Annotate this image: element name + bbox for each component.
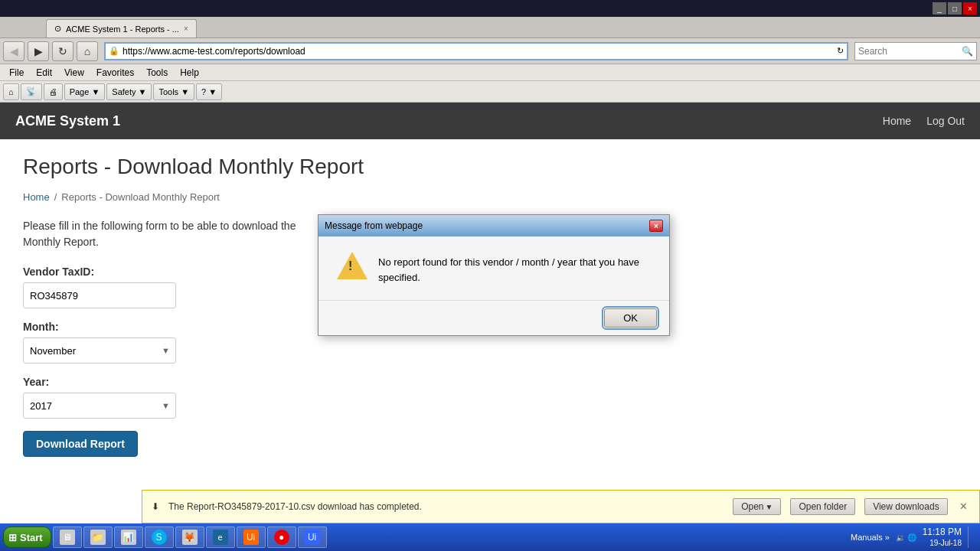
- feeds-btn[interactable]: 📡: [21, 83, 42, 100]
- browser-title-bar: _ □ ×: [0, 0, 980, 17]
- year-select-wrapper: 2015 2016 2017 2018 ▼: [23, 393, 176, 419]
- desktop-icon: 🖥: [60, 530, 75, 545]
- taskbar: ⊞ Start 🖥 📁 📊 S 🦊 e Ui ● Ui Manuals » 🔉 …: [0, 523, 980, 551]
- uipath2-icon: ●: [274, 530, 289, 545]
- menu-file[interactable]: File: [3, 64, 30, 80]
- month-select-wrapper: January February March April May June Ju…: [23, 337, 176, 364]
- browser-menu: File Edit View Favorites Tools Help: [0, 64, 980, 81]
- breadcrumb-separator: /: [54, 191, 57, 203]
- uipath3-icon: Ui: [305, 530, 320, 545]
- back-btn[interactable]: ◀: [3, 41, 24, 61]
- modal-dialog: Message from webpage × No report found f…: [318, 214, 670, 336]
- modal-title: Message from webpage: [325, 220, 423, 231]
- start-button[interactable]: ⊞ Start: [3, 527, 51, 548]
- breadcrumb-current: Reports - Download Monthly Report: [61, 191, 220, 203]
- safety-btn[interactable]: Safety ▼: [106, 83, 152, 100]
- show-desktop-icon[interactable]: [968, 527, 974, 548]
- nav-home-link[interactable]: Home: [883, 115, 911, 127]
- refresh-small-icon[interactable]: ↻: [837, 46, 844, 56]
- menu-edit[interactable]: Edit: [30, 64, 58, 80]
- uipath1-icon: Ui: [243, 530, 259, 545]
- home-toolbar-btn[interactable]: ⌂: [3, 83, 19, 100]
- breadcrumb-home[interactable]: Home: [23, 191, 50, 203]
- tools-btn[interactable]: Tools ▼: [153, 83, 194, 100]
- download-bar: ⬇ The Report-RO345879-2017-10.csv downlo…: [142, 490, 980, 523]
- search-input[interactable]: [858, 46, 962, 57]
- tab-favicon: ⊙: [54, 24, 61, 34]
- tray-text: Manuals »: [851, 533, 890, 542]
- minimize-btn[interactable]: _: [933, 2, 946, 15]
- app-nav-links: Home Log Out: [883, 115, 965, 127]
- explorer-icon: 📁: [90, 530, 106, 545]
- tray-icons: 🔉 🌐: [896, 533, 916, 542]
- search-box: 🔍: [854, 42, 977, 60]
- taskbar-time: 11:18 PM: [923, 527, 962, 539]
- app-brand: ACME System 1: [15, 113, 120, 129]
- taskbar-app-desktop[interactable]: 🖥: [53, 527, 82, 548]
- forward-btn[interactable]: ▶: [28, 41, 49, 61]
- browser-toolbar: ◀ ▶ ↻ ⌂ 🔒 ↻ 🔍: [0, 38, 980, 64]
- start-windows-icon: ⊞: [8, 532, 17, 543]
- tab-label: ACME System 1 - Reports - ...: [66, 24, 179, 34]
- taskbar-app-firefox[interactable]: 🦊: [175, 527, 204, 548]
- download-open-folder-button[interactable]: Open folder: [790, 498, 855, 515]
- firefox-icon: 🦊: [182, 530, 198, 545]
- taskbar-clock: 11:18 PM 19-Jul-18: [923, 527, 962, 549]
- taskbar-app-uipath1[interactable]: Ui: [237, 527, 266, 548]
- home-btn[interactable]: ⌂: [77, 41, 98, 61]
- browser-tabs: ⊙ ACME System 1 - Reports - ... ×: [0, 17, 980, 38]
- page-btn[interactable]: Page ▼: [64, 83, 106, 100]
- warning-triangle: [337, 252, 368, 279]
- ie-icon: e: [213, 530, 228, 545]
- excel-icon: 📊: [121, 530, 136, 545]
- year-select[interactable]: 2015 2016 2017 2018: [23, 393, 176, 419]
- month-select[interactable]: January February March April May June Ju…: [23, 337, 176, 364]
- breadcrumb: Home / Reports - Download Monthly Report: [23, 191, 957, 203]
- tab-close-icon[interactable]: ×: [184, 24, 188, 33]
- nav-logout-link[interactable]: Log Out: [926, 115, 965, 127]
- vendor-taxid-input[interactable]: [23, 282, 176, 308]
- app-navbar: ACME System 1 Home Log Out: [0, 103, 980, 139]
- warning-icon: [337, 252, 368, 282]
- taskbar-date: 19-Jul-18: [923, 538, 962, 548]
- modal-close-button[interactable]: ×: [649, 220, 663, 232]
- modal-message: No report found for this vendor / month …: [378, 252, 651, 285]
- taskbar-app-uipath2[interactable]: ●: [267, 527, 296, 548]
- print-btn[interactable]: 🖨: [44, 83, 63, 100]
- menu-favorites[interactable]: Favorites: [90, 64, 140, 80]
- download-open-button[interactable]: Open ▼: [733, 498, 781, 515]
- download-bar-close-button[interactable]: ×: [957, 500, 970, 514]
- menu-view[interactable]: View: [58, 64, 90, 80]
- refresh-btn[interactable]: ↻: [52, 41, 74, 61]
- year-label: Year:: [23, 376, 957, 388]
- search-icon[interactable]: 🔍: [962, 46, 973, 57]
- maximize-btn[interactable]: □: [948, 2, 962, 15]
- taskbar-right: Manuals » 🔉 🌐 11:18 PM 19-Jul-18: [851, 527, 977, 549]
- modal-ok-button[interactable]: OK: [604, 308, 657, 328]
- browser-toolbar2: ⌂ 📡 🖨 Page ▼ Safety ▼ Tools ▼ ? ▼: [0, 81, 980, 103]
- open-dropdown-arrow-icon[interactable]: ▼: [766, 503, 773, 511]
- taskbar-app-explorer[interactable]: 📁: [83, 527, 113, 548]
- address-input[interactable]: [122, 46, 837, 57]
- close-browser-btn[interactable]: ×: [963, 2, 977, 15]
- skype-icon: S: [152, 530, 167, 545]
- taskbar-app-skype[interactable]: S: [145, 527, 174, 548]
- modal-titlebar: Message from webpage ×: [318, 215, 669, 236]
- modal-body: No report found for this vendor / month …: [318, 236, 669, 300]
- help-btn[interactable]: ? ▼: [196, 83, 222, 100]
- active-tab[interactable]: ⊙ ACME System 1 - Reports - ... ×: [46, 19, 197, 37]
- menu-help[interactable]: Help: [174, 64, 205, 80]
- year-group: Year: 2015 2016 2017 2018 ▼: [23, 376, 957, 419]
- download-bar-message: The Report-RO345879-2017-10.csv download…: [168, 501, 724, 512]
- page-title: Reports - Download Monthly Report: [23, 155, 957, 179]
- taskbar-app-excel[interactable]: 📊: [114, 527, 143, 548]
- modal-footer: OK: [318, 300, 669, 335]
- taskbar-app-ie[interactable]: e: [206, 527, 235, 548]
- download-report-button[interactable]: Download Report: [23, 431, 138, 457]
- download-view-downloads-button[interactable]: View downloads: [864, 498, 948, 515]
- download-btn-group: Download Report: [23, 431, 957, 457]
- menu-tools[interactable]: Tools: [140, 64, 174, 80]
- lock-icon: 🔒: [109, 46, 119, 56]
- taskbar-app-uipath3[interactable]: Ui: [298, 527, 327, 548]
- download-bar-icon: ⬇: [152, 501, 159, 512]
